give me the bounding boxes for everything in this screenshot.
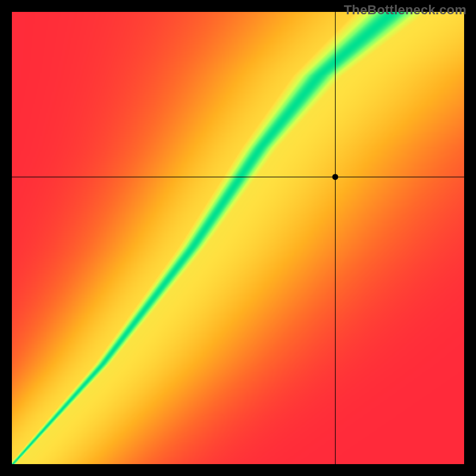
bottleneck-heatmap	[0, 0, 476, 476]
chart-container: TheBottleneck.com	[0, 0, 476, 476]
watermark-text: TheBottleneck.com	[344, 2, 466, 18]
